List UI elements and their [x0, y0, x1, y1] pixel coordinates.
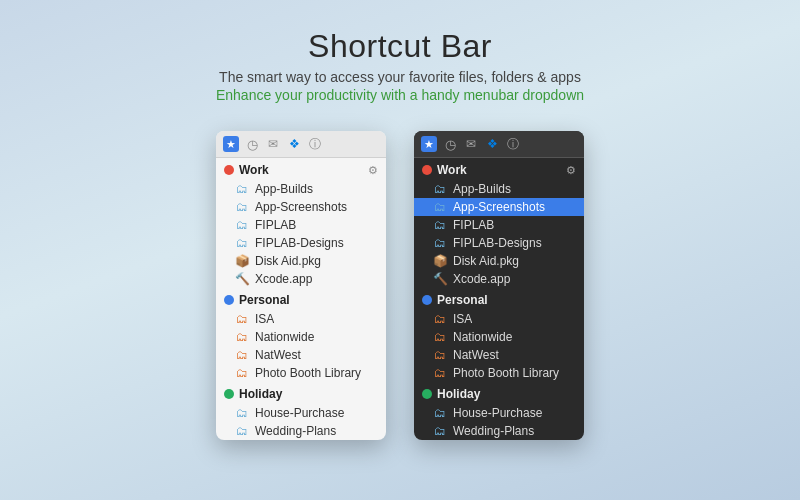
- folder-icon: 🗂: [234, 236, 250, 250]
- item-label: Nationwide: [255, 330, 314, 344]
- light-personal-group-header: Personal: [216, 288, 386, 310]
- star-icon[interactable]: ★: [223, 136, 239, 152]
- work-gear-icon[interactable]: ⚙: [368, 164, 378, 177]
- item-label: Nationwide: [453, 330, 512, 344]
- list-item[interactable]: 📦 Disk Aid.pkg: [216, 252, 386, 270]
- item-label: ISA: [255, 312, 274, 326]
- folder-icon: 🗂: [432, 424, 448, 438]
- personal-group-label: Personal: [239, 293, 378, 307]
- folder-icon: 🗂: [432, 200, 448, 214]
- list-item[interactable]: 🗂 FIPLAB: [216, 216, 386, 234]
- item-label: Photo Booth Library: [255, 366, 361, 380]
- item-label: Xcode.app: [453, 272, 510, 286]
- folder-icon: 🗂: [234, 348, 250, 362]
- list-item[interactable]: 🗂 NatWest: [216, 346, 386, 364]
- item-label: ISA: [453, 312, 472, 326]
- page-title: Shortcut Bar: [216, 28, 584, 65]
- page-header: Shortcut Bar The smart way to access you…: [216, 28, 584, 103]
- app-icon: 🔨: [234, 272, 250, 286]
- folder-icon: 🗂: [234, 312, 250, 326]
- item-label: Wedding-Plans: [453, 424, 534, 438]
- list-item[interactable]: 🗂 Wedding-Plans: [216, 422, 386, 440]
- light-work-group-header: Work ⚙: [216, 158, 386, 180]
- folder-icon: 🗂: [234, 330, 250, 344]
- folder-icon: 🗂: [432, 312, 448, 326]
- work-gear-icon[interactable]: ⚙: [566, 164, 576, 177]
- list-item[interactable]: 🗂 ISA: [414, 310, 584, 328]
- list-item[interactable]: 🗂 House-Purchase: [216, 404, 386, 422]
- subtitle: The smart way to access your favorite fi…: [216, 69, 584, 85]
- list-item[interactable]: 🗂 ISA: [216, 310, 386, 328]
- star-icon[interactable]: ★: [421, 136, 437, 152]
- personal-dot: [224, 295, 234, 305]
- holiday-group-label: Holiday: [239, 387, 378, 401]
- list-item[interactable]: 🗂 Photo Booth Library: [216, 364, 386, 382]
- folder-icon: 🗂: [234, 182, 250, 196]
- pkg-icon: 📦: [432, 254, 448, 268]
- dropbox-icon[interactable]: ❖: [484, 136, 500, 152]
- holiday-dot: [422, 389, 432, 399]
- folder-icon: 🗂: [234, 366, 250, 380]
- item-label: App-Builds: [453, 182, 511, 196]
- dark-work-group-header: Work ⚙: [414, 158, 584, 180]
- folder-icon: 🗂: [432, 218, 448, 232]
- list-item[interactable]: 🗂 App-Builds: [414, 180, 584, 198]
- work-group-label: Work: [437, 163, 561, 177]
- list-item[interactable]: 🗂 Photo Booth Library: [414, 364, 584, 382]
- list-item[interactable]: 📦 Disk Aid.pkg: [414, 252, 584, 270]
- list-item[interactable]: 🗂 Nationwide: [216, 328, 386, 346]
- list-item[interactable]: 🗂 FIPLAB: [414, 216, 584, 234]
- list-item[interactable]: 🗂 House-Purchase: [414, 404, 584, 422]
- clock-icon[interactable]: ◷: [442, 136, 458, 152]
- work-group-label: Work: [239, 163, 363, 177]
- dark-toolbar: ★ ◷ ✉ ❖ ⓘ: [414, 131, 584, 158]
- folder-icon: 🗂: [432, 406, 448, 420]
- tagline: Enhance your productivity with a handy m…: [216, 87, 584, 103]
- list-item[interactable]: 🔨 Xcode.app: [216, 270, 386, 288]
- item-label: Disk Aid.pkg: [453, 254, 519, 268]
- item-label: FIPLAB-Designs: [453, 236, 542, 250]
- item-label: Wedding-Plans: [255, 424, 336, 438]
- item-label: House-Purchase: [255, 406, 344, 420]
- folder-icon: 🗂: [234, 406, 250, 420]
- item-label: App-Screenshots: [453, 200, 545, 214]
- list-item[interactable]: 🗂 App-Builds: [216, 180, 386, 198]
- list-item[interactable]: 🗂 NatWest: [414, 346, 584, 364]
- item-label: FIPLAB: [453, 218, 494, 232]
- personal-dot: [422, 295, 432, 305]
- list-item[interactable]: 🗂 Nationwide: [414, 328, 584, 346]
- item-label: App-Builds: [255, 182, 313, 196]
- item-label: Xcode.app: [255, 272, 312, 286]
- dropbox-icon[interactable]: ❖: [286, 136, 302, 152]
- light-holiday-group-header: Holiday: [216, 382, 386, 404]
- work-dot: [422, 165, 432, 175]
- list-item[interactable]: 🗂 Wedding-Plans: [414, 422, 584, 440]
- list-item[interactable]: 🗂 FIPLAB-Designs: [414, 234, 584, 252]
- item-label: NatWest: [453, 348, 499, 362]
- folder-icon: 🗂: [432, 182, 448, 196]
- item-label: Photo Booth Library: [453, 366, 559, 380]
- mail-icon[interactable]: ✉: [463, 136, 479, 152]
- item-label: NatWest: [255, 348, 301, 362]
- list-item-selected[interactable]: 🗂 App-Screenshots: [414, 198, 584, 216]
- dark-holiday-group-header: Holiday: [414, 382, 584, 404]
- dark-personal-group-header: Personal: [414, 288, 584, 310]
- item-label: FIPLAB: [255, 218, 296, 232]
- holiday-dot: [224, 389, 234, 399]
- item-label: App-Screenshots: [255, 200, 347, 214]
- list-item[interactable]: 🔨 Xcode.app: [414, 270, 584, 288]
- info-icon[interactable]: ⓘ: [505, 136, 521, 152]
- dark-panel: ★ ◷ ✉ ❖ ⓘ Work ⚙ 🗂 App-Builds 🗂 App-Scre…: [414, 131, 584, 440]
- info-icon[interactable]: ⓘ: [307, 136, 323, 152]
- list-item[interactable]: 🗂 FIPLAB-Designs: [216, 234, 386, 252]
- folder-icon: 🗂: [432, 366, 448, 380]
- light-toolbar: ★ ◷ ✉ ❖ ⓘ: [216, 131, 386, 158]
- light-panel: ★ ◷ ✉ ❖ ⓘ Work ⚙ 🗂 App-Builds 🗂 App-Scre…: [216, 131, 386, 440]
- pkg-icon: 📦: [234, 254, 250, 268]
- mail-icon[interactable]: ✉: [265, 136, 281, 152]
- folder-icon: 🗂: [234, 218, 250, 232]
- folder-icon: 🗂: [234, 424, 250, 438]
- clock-icon[interactable]: ◷: [244, 136, 260, 152]
- list-item[interactable]: 🗂 App-Screenshots: [216, 198, 386, 216]
- item-label: FIPLAB-Designs: [255, 236, 344, 250]
